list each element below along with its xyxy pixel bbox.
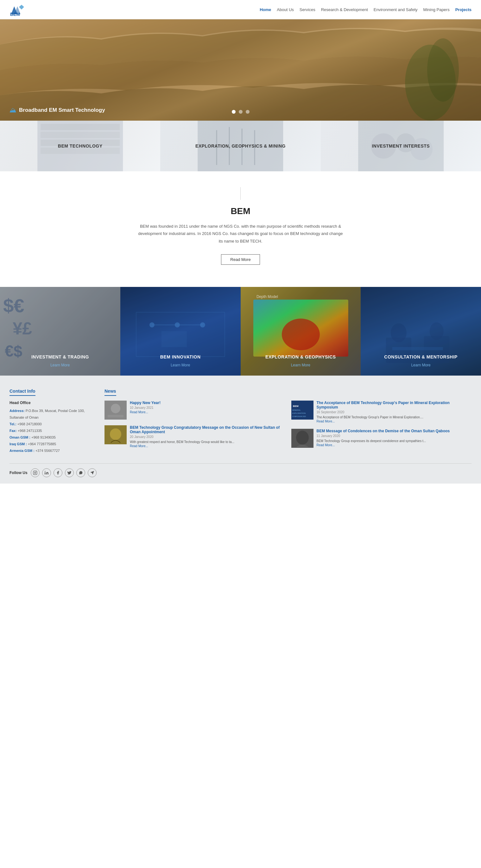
logo[interactable]: BEM xyxy=(9,3,25,16)
news-body-2: The Acceptance of BEM Technology Group's… xyxy=(317,401,472,423)
follow-label: Follow Us xyxy=(9,471,28,475)
footer-contact-title: Contact Info xyxy=(9,389,35,396)
svg-rect-30 xyxy=(161,331,187,347)
hero-dots xyxy=(232,110,250,114)
news-item-3: BEM Technology Group Congratulatory Mess… xyxy=(104,425,285,448)
news-date-3: 20 January 2020 xyxy=(130,435,285,439)
footer-news: News Happy New Year! xyxy=(104,388,472,454)
nav-services[interactable]: Services xyxy=(299,7,315,12)
svg-text:SYMPOSIUM 2020: SYMPOSIUM 2020 xyxy=(292,415,306,417)
feature-link-consultation[interactable]: Learn More xyxy=(411,363,430,367)
hero-dot-3[interactable] xyxy=(246,110,250,114)
footer-tel-label: Tel.: xyxy=(9,422,17,426)
social-twitter[interactable] xyxy=(65,468,74,477)
news-readmore-4[interactable]: Read More... xyxy=(317,443,450,447)
svg-point-43 xyxy=(110,429,121,440)
service-card-geo[interactable]: EXPLORATION, GEOPHYSICS & MINING xyxy=(160,121,320,171)
feature-title-consultation: CONSULTATION & MENTORSHIP xyxy=(384,354,457,360)
social-whatsapp[interactable] xyxy=(76,468,85,477)
nav-about[interactable]: About Us xyxy=(277,7,293,12)
footer-fax: +968 24711335 xyxy=(18,429,42,433)
news-readmore-3[interactable]: Read More... xyxy=(130,444,285,448)
news-body-3: BEM Technology Group Congratulatory Mess… xyxy=(130,425,285,448)
feature-link-innovation[interactable]: Learn More xyxy=(171,363,190,367)
news-readmore-2[interactable]: Read More... xyxy=(317,420,472,423)
feature-title-investment: INVESTMENT & TRADING xyxy=(31,354,89,360)
news-item-4: BEM Message of Condolences on the Demise… xyxy=(291,429,472,448)
svg-text:BEM: BEM xyxy=(10,12,20,16)
news-thumb-2: BEM MINERAL EXPLORATION SYMPOSIUM 2020 xyxy=(291,401,314,420)
svg-rect-41 xyxy=(108,415,124,417)
svg-rect-9 xyxy=(40,132,120,138)
feature-title-exploration: EXPLORATION & GEOPHYSICS xyxy=(265,354,336,360)
svg-point-37 xyxy=(430,322,444,340)
feature-title-innovation: BEM INNOVATION xyxy=(160,354,201,360)
svg-text:BEM: BEM xyxy=(293,405,299,408)
features-section: $€ ¥£ €$ INVESTMENT & TRADING Learn More… xyxy=(0,287,481,376)
svg-text:EXPLORATION: EXPLORATION xyxy=(292,412,306,414)
svg-point-52 xyxy=(34,472,36,474)
news-excerpt-2: The Acceptance of BEM Technology Group's… xyxy=(317,415,472,420)
nav-projects[interactable]: Projects xyxy=(455,7,472,12)
footer-iraq-gsm-label: Iraq GSM : xyxy=(9,442,27,446)
nav-home[interactable]: Home xyxy=(260,7,271,12)
news-excerpt-3: With greatest respect and honor, BEM Tec… xyxy=(130,439,285,444)
svg-point-50 xyxy=(296,431,309,444)
svg-point-32 xyxy=(282,318,320,350)
svg-point-53 xyxy=(36,472,36,472)
svg-point-40 xyxy=(111,404,120,413)
news-title-4[interactable]: BEM Message of Condolences on the Demise… xyxy=(317,429,450,433)
news-date-1: 10 January 2021 xyxy=(130,406,161,409)
feature-link-exploration[interactable]: Learn More xyxy=(291,363,310,367)
news-thumb-1 xyxy=(104,401,127,420)
feature-exploration: Depth Model EXPLORATION & GEOPHYSICS Lea… xyxy=(241,287,361,376)
footer-tel: +968 24718000 xyxy=(18,422,42,426)
feature-content-innovation: BEM INNOVATION Learn More xyxy=(160,354,201,368)
nav-research[interactable]: Research & Development xyxy=(321,7,368,12)
service-card-label-bem: BEM TECHNOLOGY xyxy=(55,140,106,152)
feature-content-exploration: EXPLORATION & GEOPHYSICS Learn More xyxy=(265,354,336,368)
social-linkedin[interactable] xyxy=(42,468,51,477)
news-excerpt-4: BEM Technology Group expresses its deepe… xyxy=(317,439,450,443)
about-text: BEM was founded in 2011 under the name o… xyxy=(136,223,345,245)
nav-mining[interactable]: Mining Papers xyxy=(423,7,450,12)
footer-oman-gsm-label: Oman GSM : xyxy=(9,435,30,439)
service-card-invest[interactable]: INVESTMENT INTERESTS xyxy=(321,121,481,171)
feature-link-investment[interactable]: Learn More xyxy=(50,363,70,367)
news-grid: Happy New Year! 10 January 2021 Read Mor… xyxy=(104,401,472,448)
navbar: BEM Home About Us Services Research & De… xyxy=(0,0,481,19)
social-facebook[interactable] xyxy=(54,468,62,477)
news-readmore-1[interactable]: Read More... xyxy=(130,410,161,414)
service-cards: BEM TECHNOLOGY EXPLORATION, GEOPHYSICS &… xyxy=(0,121,481,171)
svg-marker-2 xyxy=(19,5,24,9)
hero-dot-2[interactable] xyxy=(239,110,243,114)
svg-point-54 xyxy=(45,471,45,472)
footer-armenia-gsm: +374 55667727 xyxy=(35,449,60,453)
feature-innovation: BEM INNOVATION Learn More xyxy=(120,287,241,376)
news-title-1[interactable]: Happy New Year! xyxy=(130,401,161,405)
news-col-right: BEM MINERAL EXPLORATION SYMPOSIUM 2020 T… xyxy=(291,401,472,448)
footer-head-office: Head Office xyxy=(9,401,92,405)
svg-text:¥£: ¥£ xyxy=(13,318,32,338)
service-card-bem[interactable]: BEM TECHNOLOGY xyxy=(0,121,160,171)
hero-icon: ⛰ xyxy=(9,106,17,114)
svg-rect-38 xyxy=(392,347,443,350)
news-date-4: 11 January 2020 xyxy=(317,434,450,438)
svg-point-6 xyxy=(427,38,459,102)
about-section: BEM BEM was founded in 2011 under the na… xyxy=(130,171,352,281)
nav-links: Home About Us Services Research & Develo… xyxy=(260,7,472,12)
hero-tagline: Broadband EM Smart Technology xyxy=(19,107,105,113)
svg-point-35 xyxy=(391,323,407,342)
hero-dot-1[interactable] xyxy=(232,110,235,114)
footer-iraq-gsm: +964 7728775885 xyxy=(28,442,56,446)
news-item-2: BEM MINERAL EXPLORATION SYMPOSIUM 2020 T… xyxy=(291,401,472,423)
feature-content-investment: INVESTMENT & TRADING Learn More xyxy=(31,354,89,368)
read-more-button[interactable]: Read More xyxy=(221,254,260,265)
social-telegram[interactable] xyxy=(88,468,97,477)
news-item-1: Happy New Year! 10 January 2021 Read Mor… xyxy=(104,401,285,420)
news-title-3[interactable]: BEM Technology Group Congratulatory Mess… xyxy=(130,425,285,434)
social-instagram[interactable] xyxy=(31,468,40,477)
nav-environment[interactable]: Environment and Safety xyxy=(374,7,418,12)
news-title-2[interactable]: The Acceptance of BEM Technology Group's… xyxy=(317,401,472,409)
svg-text:€$: €$ xyxy=(5,342,23,360)
